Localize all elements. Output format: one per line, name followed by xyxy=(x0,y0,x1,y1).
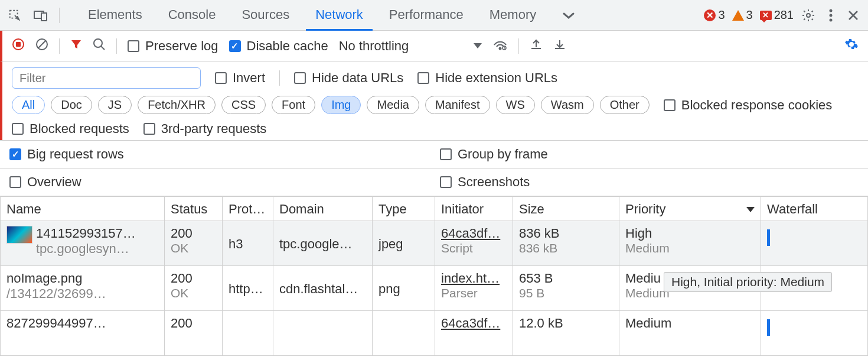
svg-point-5 xyxy=(830,14,833,17)
device-toolbar-icon[interactable] xyxy=(33,8,48,23)
divider xyxy=(59,38,60,54)
filter-pill-manifest[interactable]: Manifest xyxy=(425,96,490,114)
initiator-link[interactable]: index.ht… xyxy=(441,271,507,286)
disable-cache-checkbox[interactable]: Disable cache xyxy=(229,38,328,54)
filter-pill-ws[interactable]: WS xyxy=(496,96,535,114)
col-domain[interactable]: Domain xyxy=(273,197,373,221)
tab-elements[interactable]: Elements xyxy=(76,0,154,30)
warning-count: 3 xyxy=(746,8,753,22)
preserve-log-checkbox[interactable]: Preserve log xyxy=(128,38,218,54)
group-by-frame-label: Group by frame xyxy=(458,147,548,162)
checkbox-icon xyxy=(9,148,21,160)
filter-pill-js[interactable]: JS xyxy=(98,96,132,114)
col-status[interactable]: Status xyxy=(165,197,223,221)
export-har-icon[interactable] xyxy=(530,38,543,54)
col-protocol[interactable]: Prot… xyxy=(223,197,273,221)
inspect-element-icon[interactable] xyxy=(7,8,22,23)
checkbox-icon xyxy=(664,99,676,111)
filter-pill-fetch[interactable]: Fetch/XHR xyxy=(138,96,216,114)
kebab-menu-icon[interactable] xyxy=(823,8,838,23)
initiator-link[interactable]: 64ca3df… xyxy=(441,226,507,241)
filter-pill-media[interactable]: Media xyxy=(367,96,419,114)
blocked-cookies-label: Blocked response cookies xyxy=(681,98,833,113)
tab-network[interactable]: Network xyxy=(304,0,375,30)
more-tabs-icon[interactable] xyxy=(561,8,576,23)
cell-initiator: index.ht…Parser xyxy=(435,266,513,311)
filter-pill-other[interactable]: Other xyxy=(600,96,650,114)
svg-rect-2 xyxy=(41,13,47,21)
filter-pill-css[interactable]: CSS xyxy=(221,96,266,114)
devtools-tab-bar: Elements Console Sources Network Perform… xyxy=(0,0,868,31)
search-icon[interactable] xyxy=(93,38,106,54)
resource-type-filter: All Doc JS Fetch/XHR CSS Font Img Media … xyxy=(12,96,650,114)
clear-icon[interactable] xyxy=(35,38,48,54)
record-icon[interactable] xyxy=(12,38,25,54)
cell-protocol: http… xyxy=(223,266,273,311)
col-size[interactable]: Size xyxy=(513,197,619,221)
message-icon: ✕ xyxy=(760,11,772,20)
cell-domain xyxy=(273,311,373,356)
group-by-frame-checkbox[interactable]: Group by frame xyxy=(440,147,548,162)
divider xyxy=(116,38,117,54)
requests-table-wrap: Name Status Prot… Domain Type Initiator … xyxy=(0,196,868,356)
throttling-select[interactable]: No throttling xyxy=(339,38,482,54)
big-rows-checkbox[interactable]: Big request rows xyxy=(9,147,124,162)
svg-point-6 xyxy=(830,18,833,21)
panel-tabs: Elements Console Sources Network Perform… xyxy=(76,0,548,30)
error-count-badge[interactable]: ✕ 3 xyxy=(704,8,725,22)
warning-count-badge[interactable]: 3 xyxy=(732,8,753,22)
overview-checkbox[interactable]: Overview xyxy=(9,174,81,190)
settings-gear-icon[interactable] xyxy=(801,8,816,23)
import-har-icon[interactable] xyxy=(553,38,566,54)
chevron-down-icon xyxy=(474,43,482,48)
svg-point-4 xyxy=(830,9,833,12)
filter-pill-wasm[interactable]: Wasm xyxy=(541,96,594,114)
filter-funnel-icon[interactable] xyxy=(70,38,82,54)
table-row[interactable]: 141152993157…tpc.googlesyn…200OKh3tpc.go… xyxy=(1,221,868,266)
initiator-link[interactable]: 64ca3df… xyxy=(441,316,507,331)
tab-console[interactable]: Console xyxy=(156,0,228,30)
checkbox-icon xyxy=(229,40,241,52)
filter-pill-font[interactable]: Font xyxy=(272,96,315,114)
blocked-requests-checkbox[interactable]: Blocked requests xyxy=(12,121,129,137)
col-name[interactable]: Name xyxy=(1,197,165,221)
tab-memory[interactable]: Memory xyxy=(478,0,548,30)
hide-extension-urls-label: Hide extension URLs xyxy=(435,70,557,86)
col-waterfall[interactable]: Waterfall xyxy=(761,197,868,221)
col-priority[interactable]: Priority xyxy=(619,197,761,221)
sort-desc-icon xyxy=(746,207,755,212)
divider xyxy=(518,38,519,54)
filter-pill-doc[interactable]: Doc xyxy=(51,96,92,114)
message-count: 281 xyxy=(774,8,794,22)
checkbox-icon xyxy=(294,72,306,84)
hide-extension-urls-checkbox[interactable]: Hide extension URLs xyxy=(417,70,557,86)
tab-sources[interactable]: Sources xyxy=(230,0,301,30)
filter-input[interactable] xyxy=(12,67,201,89)
blocked-cookies-checkbox[interactable]: Blocked response cookies xyxy=(664,98,833,113)
tab-performance[interactable]: Performance xyxy=(377,0,475,30)
filter-pill-all[interactable]: All xyxy=(12,96,45,114)
network-settings-gear-icon[interactable] xyxy=(844,37,859,55)
checkbox-icon xyxy=(215,72,227,84)
third-party-checkbox[interactable]: 3rd-party requests xyxy=(143,121,267,137)
screenshots-checkbox[interactable]: Screenshots xyxy=(440,174,530,190)
close-icon[interactable] xyxy=(846,8,861,23)
col-type[interactable]: Type xyxy=(373,197,435,221)
hide-data-urls-checkbox[interactable]: Hide data URLs xyxy=(294,70,403,86)
invert-checkbox[interactable]: Invert xyxy=(215,70,265,86)
network-conditions-icon[interactable] xyxy=(492,38,508,54)
cell-name: noImage.png/134122/32699… xyxy=(1,266,165,311)
cell-priority: HighMedium xyxy=(619,221,761,266)
message-count-badge[interactable]: ✕ 281 xyxy=(760,8,794,22)
cell-type: jpeg xyxy=(373,221,435,266)
col-initiator[interactable]: Initiator xyxy=(435,197,513,221)
checkbox-icon xyxy=(128,40,139,52)
cell-type xyxy=(373,311,435,356)
table-header-row: Name Status Prot… Domain Type Initiator … xyxy=(1,197,868,221)
checkbox-icon xyxy=(12,123,24,135)
table-row[interactable]: 827299944997…20064ca3df…12.0 kBMedium xyxy=(1,311,868,356)
filter-pill-img[interactable]: Img xyxy=(321,96,361,114)
svg-point-11 xyxy=(500,47,501,49)
preserve-log-label: Preserve log xyxy=(145,38,218,54)
cell-domain: tpc.google… xyxy=(273,221,373,266)
